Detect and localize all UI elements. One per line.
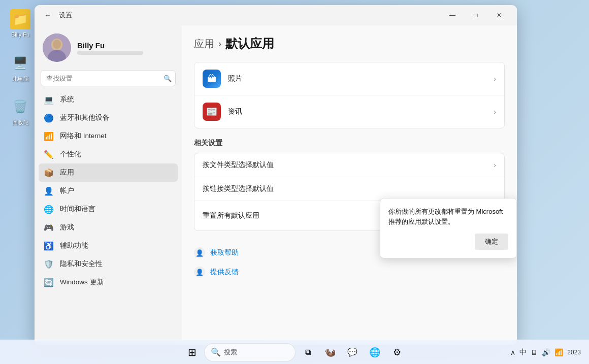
update-icon: 🔄 xyxy=(44,277,54,287)
user-name: Billy Fu xyxy=(77,41,143,50)
sidebar-item-accounts[interactable]: 👤 帐户 xyxy=(39,182,178,200)
sidebar-item-windows-update[interactable]: 🔄 Windows 更新 xyxy=(39,273,178,291)
user-sub xyxy=(77,51,143,55)
system-icon: 💻 xyxy=(44,94,54,105)
sidebar-item-bluetooth[interactable]: 🔵 蓝牙和其他设备 xyxy=(39,109,178,127)
photos-icon-symbol: 🏔 xyxy=(207,74,216,84)
user-profile[interactable]: Billy Fu xyxy=(35,25,182,68)
sidebar-item-label: 辅助功能 xyxy=(60,241,88,250)
desktop-icon-billy-fu[interactable]: 📁 Billy Fu xyxy=(4,7,37,40)
widgets-button[interactable]: 🦦 xyxy=(320,342,340,362)
edge-browser-button[interactable]: 🌐 xyxy=(365,342,385,362)
sidebar-item-network[interactable]: 📶 网络和 Internet xyxy=(39,127,178,145)
desktop-icon-label: 此电脑 xyxy=(12,75,29,83)
feedback-icon: 👤 xyxy=(194,267,205,278)
title-bar-controls: — □ ✕ xyxy=(441,7,511,23)
privacy-icon: 🛡️ xyxy=(44,259,54,269)
title-bar-left: ← 设置 xyxy=(41,8,72,22)
sidebar-item-label: 系统 xyxy=(60,95,74,104)
sidebar-item-label: 帐户 xyxy=(60,186,74,195)
news-icon-symbol: 📰 xyxy=(206,106,217,117)
sidebar-item-label: 蓝牙和其他设备 xyxy=(60,113,110,122)
chevron-right-icon: › xyxy=(494,161,496,169)
desktop-icon-recycle-bin[interactable]: 🗑️ 回收站 xyxy=(4,94,37,128)
app-name-photos: 照片 xyxy=(228,74,494,83)
back-button[interactable]: ← xyxy=(41,8,55,22)
sidebar-item-privacy[interactable]: 🛡️ 隐私和安全性 xyxy=(39,255,178,273)
page-title: 默认应用 xyxy=(225,36,274,52)
minimize-button[interactable]: — xyxy=(441,7,464,23)
network-taskbar-icon[interactable]: 📶 xyxy=(554,348,563,356)
avatar xyxy=(43,34,71,62)
display-icon[interactable]: 🖥 xyxy=(531,348,538,356)
window-title: 设置 xyxy=(59,11,72,20)
tooltip-text: 你所做的所有更改都将重置为 Microsoft 推荐的应用默认设置。 xyxy=(388,207,508,226)
year-label: 2023 xyxy=(567,349,581,356)
settings-window: ← 设置 — □ ✕ xyxy=(35,5,517,345)
photos-app-icon: 🏔 xyxy=(203,70,221,88)
tooltip-confirm-button[interactable]: 确定 xyxy=(475,234,508,250)
sidebar-item-label: 隐私和安全性 xyxy=(60,259,103,269)
feedback-link[interactable]: 👤 提供反馈 xyxy=(194,262,505,282)
sidebar-item-time[interactable]: 🌐 时间和语言 xyxy=(39,200,178,218)
search-input[interactable] xyxy=(41,70,176,86)
main-content: 应用 › 默认应用 🏔 照片 › 📰 资讯 › xyxy=(182,25,517,345)
taskbar-search-label: 搜索 xyxy=(224,348,237,357)
show-hidden-icons[interactable]: ∧ xyxy=(510,348,515,356)
sidebar-item-label: Windows 更新 xyxy=(60,278,104,287)
breadcrumb-arrow: › xyxy=(218,39,221,49)
bluetooth-icon: 🔵 xyxy=(44,113,54,123)
sidebar-item-label: 游戏 xyxy=(60,223,74,232)
taskbar: ⊞ 🔍 搜索 ⧉ 🦦 💬 🌐 ⚙ ∧ 中 🖥 🔊 📶 2023 xyxy=(0,340,589,364)
sidebar-item-accessibility[interactable]: ♿ 辅助功能 xyxy=(39,237,178,255)
chat-button[interactable]: 💬 xyxy=(342,342,363,362)
ime-mode[interactable]: 中 xyxy=(519,348,527,357)
desktop-icon-this-pc[interactable]: 🖥️ 此电脑 xyxy=(4,51,37,85)
gaming-icon: 🎮 xyxy=(44,222,54,233)
nav-list: 💻 系统 🔵 蓝牙和其他设备 📶 网络和 Internet ✏️ 个性化 📦 xyxy=(35,90,182,340)
breadcrumb-parent: 应用 xyxy=(194,37,214,51)
apps-icon: 📦 xyxy=(44,168,54,178)
help-icon: 👤 xyxy=(194,247,205,258)
sidebar-item-apps[interactable]: 📦 应用 xyxy=(39,163,178,182)
sidebar: Billy Fu 🔍 💻 系统 🔵 蓝牙和其他设备 xyxy=(35,25,182,345)
help-link-label: 获取帮助 xyxy=(210,248,239,257)
accounts-icon: 👤 xyxy=(44,186,54,196)
window-body: Billy Fu 🔍 💻 系统 🔵 蓝牙和其他设备 xyxy=(35,25,517,345)
network-icon: 📶 xyxy=(44,131,54,141)
computer-icon: 🖥️ xyxy=(10,53,30,73)
recycle-bin-icon: 🗑️ xyxy=(10,96,30,117)
page-header: 应用 › 默认应用 xyxy=(194,36,505,52)
sidebar-item-label: 个性化 xyxy=(60,150,81,159)
related-settings-title: 相关设置 xyxy=(194,139,505,148)
start-button[interactable]: ⊞ xyxy=(182,342,202,362)
volume-icon[interactable]: 🔊 xyxy=(542,348,550,356)
desktop-icon-label: 回收站 xyxy=(12,119,29,126)
close-button[interactable]: ✕ xyxy=(487,7,511,23)
related-item-file-type[interactable]: 按文件类型选择默认值 › xyxy=(194,153,504,177)
sidebar-item-gaming[interactable]: 🎮 游戏 xyxy=(39,218,178,237)
maximize-button[interactable]: □ xyxy=(464,7,487,23)
title-bar: ← 设置 — □ ✕ xyxy=(35,5,517,25)
app-name-news: 资讯 xyxy=(228,107,494,116)
search-box: 🔍 xyxy=(41,70,176,86)
folder-icon: 📁 xyxy=(10,9,30,29)
chevron-right-icon: › xyxy=(494,108,496,116)
accessibility-icon: ♿ xyxy=(44,241,54,251)
task-view-button[interactable]: ⧉ xyxy=(298,342,318,362)
related-item-link-type[interactable]: 按链接类型选择默认值 xyxy=(194,177,504,201)
personalize-icon: ✏️ xyxy=(44,149,54,159)
app-item-photos[interactable]: 🏔 照片 › xyxy=(194,62,504,95)
sidebar-item-label: 网络和 Internet xyxy=(60,131,107,141)
feedback-link-label: 提供反馈 xyxy=(210,268,239,277)
time-icon: 🌐 xyxy=(44,204,54,214)
settings-taskbar-button[interactable]: ⚙ xyxy=(387,342,407,362)
sidebar-item-system[interactable]: 💻 系统 xyxy=(39,90,178,109)
taskbar-time: 2023 xyxy=(567,349,581,356)
sidebar-item-label: 应用 xyxy=(60,168,74,177)
taskbar-search[interactable]: 🔍 搜索 xyxy=(204,343,296,361)
sidebar-item-personalize[interactable]: ✏️ 个性化 xyxy=(39,145,178,163)
app-item-news[interactable]: 📰 资讯 › xyxy=(194,95,504,128)
search-icon[interactable]: 🔍 xyxy=(163,75,172,82)
chevron-right-icon: › xyxy=(494,75,496,83)
